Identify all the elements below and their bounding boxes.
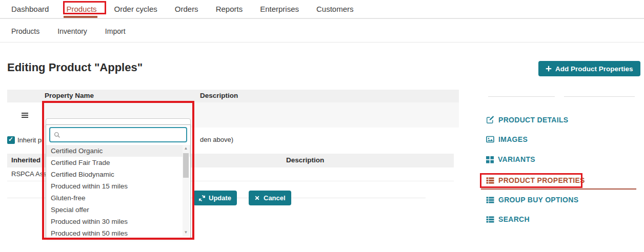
- dropdown-option[interactable]: Produced within 50 miles: [46, 227, 190, 238]
- nav-item-orders[interactable]: Orders: [175, 0, 198, 18]
- close-icon: [254, 195, 260, 201]
- cancel-button[interactable]: Cancel: [249, 191, 291, 205]
- subnav-item-import[interactable]: Import: [105, 27, 126, 35]
- property-dropdown-panel: Certified Organic Certified Fair Trade C…: [46, 124, 191, 238]
- sidebar-divider: [564, 96, 635, 97]
- inherit-label-right: den above): [200, 136, 233, 143]
- image-icon: [486, 135, 494, 143]
- dropdown-search-input[interactable]: [64, 129, 184, 140]
- sidebar-item-search[interactable]: SEARCH: [486, 215, 530, 223]
- dropdown-option[interactable]: Produced within 30 miles: [46, 216, 190, 227]
- drag-handle-icon: [22, 112, 28, 119]
- inherit-label-left: Inherit pr: [17, 136, 44, 144]
- page-title: Editing Product "Apples": [7, 61, 143, 74]
- drag-handle[interactable]: [7, 102, 42, 128]
- column-inherited: Inherited: [11, 156, 41, 164]
- subnav-item-inventory[interactable]: Inventory: [57, 27, 87, 35]
- dropdown-option-list: Certified Organic Certified Fair Trade C…: [46, 145, 190, 238]
- inherited-property-name: RSPCA Ass: [11, 170, 47, 178]
- nav-item-order-cycles[interactable]: Order cycles: [114, 0, 157, 18]
- refresh-icon: [199, 195, 205, 201]
- nav-item-products[interactable]: Products: [66, 0, 96, 18]
- list-icon: [486, 177, 494, 184]
- sidebar-item-images[interactable]: IMAGES: [486, 135, 528, 143]
- grid-icon: [486, 156, 494, 163]
- add-product-properties-button[interactable]: Add Product Properties: [538, 61, 640, 76]
- products-sub-nav: Products Inventory Import: [0, 20, 644, 43]
- dropdown-option[interactable]: Certified Organic: [46, 145, 190, 157]
- scroll-down-icon[interactable]: ▼: [183, 229, 189, 236]
- active-tab-underline: [64, 16, 97, 18]
- list-icon: [486, 196, 494, 204]
- main-nav: Dashboard Products Order cycles Orders R…: [0, 0, 644, 19]
- dropdown-search-box: [49, 127, 187, 142]
- edit-icon: [486, 116, 494, 124]
- product-properties-table: Property Name Description ▼: [7, 90, 459, 128]
- column-description: Description: [200, 92, 238, 99]
- dropdown-option[interactable]: Produced within 15 miles: [46, 180, 190, 192]
- nav-item-customers[interactable]: Customers: [316, 0, 354, 18]
- scrollbar-thumb[interactable]: [183, 153, 189, 178]
- dropdown-scrollbar[interactable]: ▲ ▼: [183, 145, 189, 236]
- sidebar-item-product-details[interactable]: PRODUCT DETAILS: [486, 116, 568, 124]
- nav-item-enterprises[interactable]: Enterprises: [260, 0, 299, 18]
- search-icon: [54, 132, 61, 138]
- update-button[interactable]: Update: [193, 191, 237, 205]
- inherit-properties-checkbox[interactable]: [7, 136, 15, 144]
- sidebar-item-product-properties[interactable]: PRODUCT PROPERTIES: [486, 176, 585, 184]
- admin-screen: Dashboard Products Order cycles Orders R…: [0, 0, 644, 252]
- scroll-up-icon[interactable]: ▲: [183, 145, 189, 152]
- dropdown-option[interactable]: Gluten-free: [46, 192, 190, 204]
- sidebar-divider: [488, 96, 555, 97]
- dropdown-option[interactable]: Certified Biodynamic: [46, 169, 190, 180]
- dropdown-option[interactable]: Special offer: [46, 204, 190, 216]
- column-inherited-description: Description: [286, 156, 324, 164]
- sidebar-item-group-buy-options[interactable]: GROUP BUY OPTIONS: [486, 196, 578, 204]
- active-sidebar-underline: [481, 188, 636, 190]
- sidebar-item-variants[interactable]: VARIANTS: [486, 155, 535, 163]
- nav-item-reports[interactable]: Reports: [216, 0, 243, 18]
- dropdown-option[interactable]: Certified Fair Trade: [46, 157, 190, 169]
- property-edit-row: ▼: [7, 102, 459, 128]
- subnav-item-products[interactable]: Products: [11, 27, 39, 35]
- column-property-name: Property Name: [45, 92, 94, 99]
- inherit-properties-row: Inherit pr den above): [7, 135, 44, 144]
- properties-table-header: Property Name Description: [7, 90, 459, 102]
- nav-item-dashboard[interactable]: Dashboard: [11, 0, 49, 18]
- list-icon: [486, 216, 494, 223]
- plus-icon: [546, 66, 552, 72]
